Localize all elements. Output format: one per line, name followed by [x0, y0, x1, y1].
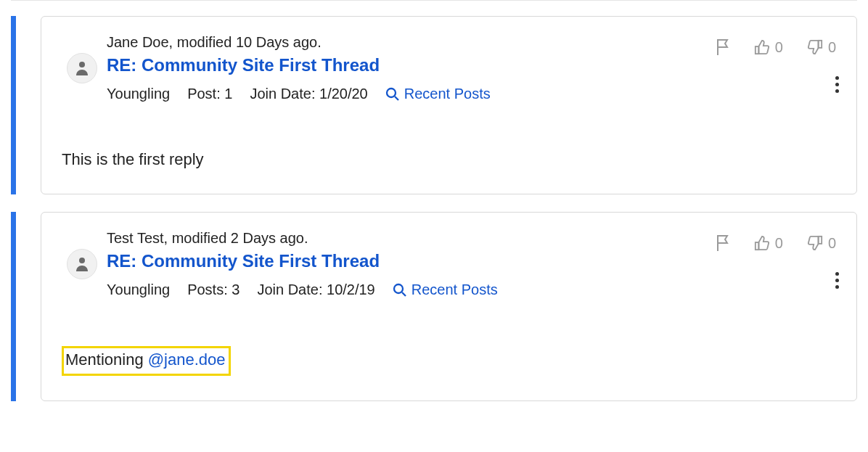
join-date: Join Date: 1/20/20: [250, 86, 367, 102]
thumbs-down-icon: [806, 39, 824, 55]
svg-point-0: [79, 62, 85, 67]
svg-rect-5: [818, 41, 822, 48]
flag-button[interactable]: [716, 38, 730, 56]
recent-posts-label: Recent Posts: [404, 86, 491, 102]
post-byline: Test Test, modified 2 Days ago.: [107, 230, 716, 247]
post-body: This is the first reply: [62, 150, 836, 169]
like-count: 0: [775, 39, 783, 56]
svg-rect-11: [818, 237, 822, 244]
svg-point-7: [394, 284, 403, 293]
more-actions-button[interactable]: [835, 272, 839, 289]
highlight-annotation: Mentioning @jane.doe: [62, 346, 231, 376]
thumbs-up-icon: [753, 235, 771, 251]
post-count: Posts: 3: [187, 282, 239, 298]
svg-point-1: [387, 89, 396, 97]
kebab-dot-icon: [835, 285, 839, 289]
person-icon: [75, 257, 89, 271]
thread-accent-bar: [11, 16, 16, 194]
user-mention-link[interactable]: @jane.doe: [148, 350, 226, 369]
thumbs-down-icon: [806, 235, 824, 251]
dislike-count: 0: [828, 235, 836, 252]
user-rank: Youngling: [107, 282, 170, 298]
join-date: Join Date: 10/2/19: [257, 282, 374, 298]
recent-posts-link[interactable]: Recent Posts: [385, 86, 491, 102]
kebab-dot-icon: [835, 76, 839, 80]
flag-icon: [716, 234, 730, 252]
dislike-button[interactable]: 0: [806, 39, 836, 56]
svg-rect-10: [756, 242, 759, 250]
thread-title-link[interactable]: RE: Community Site First Thread: [107, 251, 380, 271]
thread-title-link[interactable]: RE: Community Site First Thread: [107, 55, 380, 75]
kebab-dot-icon: [835, 272, 839, 276]
more-actions-button[interactable]: [835, 76, 839, 93]
post-card: Jane Doe, modified 10 Days ago. RE: Comm…: [41, 16, 857, 194]
flag-icon: [716, 38, 730, 56]
dislike-count: 0: [828, 39, 836, 56]
flag-button[interactable]: [716, 234, 730, 252]
posts-container: Jane Doe, modified 10 Days ago. RE: Comm…: [0, 0, 868, 401]
recent-posts-label: Recent Posts: [412, 282, 498, 298]
post-byline: Jane Doe, modified 10 Days ago.: [107, 34, 716, 51]
avatar[interactable]: [67, 249, 97, 279]
post-item: Jane Doe, modified 10 Days ago. RE: Comm…: [11, 16, 857, 194]
kebab-dot-icon: [835, 279, 839, 282]
search-icon: [393, 283, 407, 297]
recent-posts-link[interactable]: Recent Posts: [393, 282, 498, 298]
post-body-text: Mentioning: [65, 350, 148, 369]
search-icon: [385, 87, 400, 102]
post-card: Test Test, modified 2 Days ago. RE: Comm…: [41, 212, 857, 401]
svg-rect-4: [756, 46, 759, 54]
svg-point-6: [79, 258, 85, 263]
like-button[interactable]: 0: [753, 235, 783, 252]
post-item: Test Test, modified 2 Days ago. RE: Comm…: [11, 212, 857, 401]
person-icon: [75, 61, 89, 75]
thread-accent-bar: [11, 212, 16, 401]
dislike-button[interactable]: 0: [806, 235, 836, 252]
kebab-dot-icon: [835, 83, 839, 86]
post-body: Mentioning @jane.doe: [62, 346, 836, 376]
post-count: Post: 1: [187, 86, 232, 102]
like-button[interactable]: 0: [753, 39, 783, 56]
top-divider: [11, 0, 857, 1]
avatar[interactable]: [67, 53, 97, 83]
kebab-dot-icon: [835, 89, 839, 93]
svg-line-2: [395, 96, 398, 100]
svg-line-8: [402, 292, 406, 296]
user-rank: Youngling: [107, 86, 170, 102]
like-count: 0: [775, 235, 783, 252]
thumbs-up-icon: [753, 39, 771, 55]
